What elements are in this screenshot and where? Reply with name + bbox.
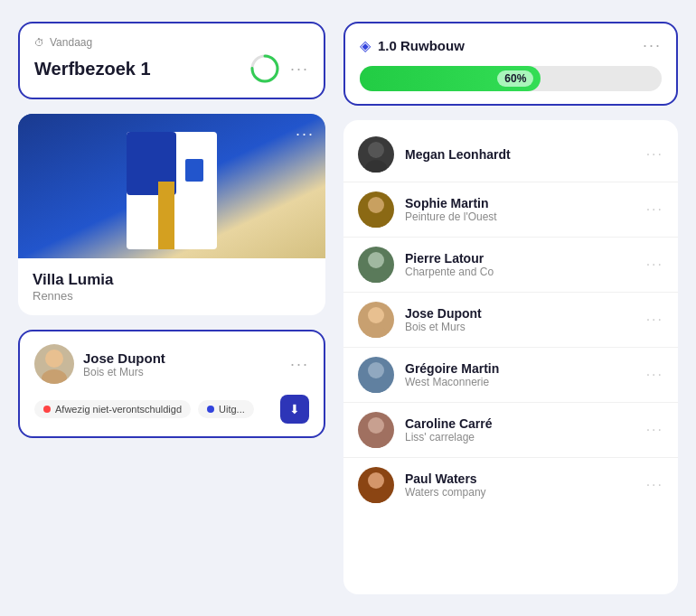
svg-rect-5 [158, 182, 174, 249]
person-row: Paul Waters Waters company ··· [343, 458, 678, 512]
pierre-company: Charpente and Co [405, 266, 635, 278]
jose-list-name: Jose Dupont [405, 306, 635, 321]
villa-name: Villa Lumia [33, 271, 311, 289]
svg-point-20 [365, 435, 387, 448]
jose-name: Jose Dupont [83, 350, 165, 366]
megan-avatar [358, 136, 394, 173]
svg-point-21 [368, 472, 384, 489]
svg-point-7 [45, 350, 63, 368]
pierre-avatar [358, 247, 394, 283]
caroline-avatar [358, 412, 394, 448]
sophie-avatar [358, 191, 394, 228]
progress-card: ◈ 1.0 Ruwbouw ··· 60% [343, 22, 678, 106]
pierre-more-button[interactable]: ··· [646, 257, 663, 273]
paul-company: Waters company [405, 486, 635, 499]
caroline-more-button[interactable]: ··· [646, 422, 663, 438]
villa-location: Rennes [33, 289, 311, 303]
absent-dot [43, 406, 51, 413]
sophie-more-button[interactable]: ··· [646, 201, 663, 218]
svg-point-12 [365, 215, 387, 228]
clock-icon: ⏱ [34, 37, 44, 48]
svg-rect-6 [185, 159, 203, 182]
people-card: Megan Leonhardt ··· Sophie Martin Peintu… [343, 120, 678, 594]
jose-avatar [34, 344, 74, 384]
progress-title: 1.0 Ruwbouw [378, 38, 465, 53]
date-label: Vandaag [50, 36, 92, 49]
progress-more-button[interactable]: ··· [643, 36, 662, 55]
sophie-name: Sophie Martin [405, 196, 635, 210]
greg-name: Grégoire Martin [405, 361, 635, 376]
werfbezoek-title: Werfbezoek 1 [34, 59, 151, 79]
svg-point-16 [365, 325, 387, 338]
caroline-company: Liss' carrelage [405, 431, 635, 443]
person-row: Caroline Carré Liss' carrelage ··· [343, 403, 678, 458]
person-row: Pierre Latour Charpente and Co ··· [343, 238, 678, 293]
svg-point-8 [42, 369, 67, 384]
jose-card: Jose Dupont Bois et Murs ··· Afwezig nie… [18, 330, 325, 438]
paul-more-button[interactable]: ··· [646, 477, 663, 493]
paul-avatar [358, 467, 394, 503]
werfbezoek-more-button[interactable]: ··· [290, 60, 309, 79]
pierre-name: Pierre Latour [405, 251, 635, 266]
svg-point-13 [368, 252, 384, 268]
jose-list-company: Bois et Murs [405, 321, 635, 333]
progress-spinner [249, 52, 281, 85]
tag-uitg: Uitg... [198, 400, 254, 418]
svg-point-9 [368, 142, 384, 158]
person-row: Megan Leonhardt ··· [343, 127, 678, 182]
jose-list-avatar [358, 302, 394, 338]
greg-avatar [358, 357, 394, 393]
person-row: Sophie Martin Peinture de l'Ouest ··· [343, 182, 678, 238]
svg-point-22 [365, 490, 387, 503]
svg-point-11 [368, 197, 384, 213]
svg-point-10 [365, 160, 387, 173]
villa-more-button[interactable]: ··· [296, 125, 315, 144]
caroline-name: Caroline Carré [405, 416, 635, 431]
villa-image: ··· [18, 114, 325, 258]
jose-more-button[interactable]: ··· [290, 355, 309, 374]
jose-list-more-button[interactable]: ··· [646, 312, 663, 328]
greg-more-button[interactable]: ··· [646, 367, 663, 383]
megan-name: Megan Leonhardt [405, 147, 635, 162]
layers-icon: ◈ [360, 37, 371, 54]
tag-absent: Afwezig niet-verontschuldigd [34, 400, 191, 418]
greg-company: West Maconnerie [405, 376, 635, 388]
progress-bar: 60% [360, 66, 662, 91]
person-row: Grégoire Martin West Maconnerie ··· [343, 348, 678, 403]
svg-point-17 [368, 362, 384, 378]
jose-company: Bois et Murs [83, 366, 165, 378]
villa-card: ··· Villa Lumia Rennes [18, 114, 325, 315]
svg-point-19 [368, 417, 384, 434]
svg-point-15 [368, 307, 384, 323]
progress-fill: 60% [360, 66, 541, 91]
download-icon[interactable]: ⬇ [280, 395, 309, 424]
svg-point-14 [365, 270, 387, 283]
megan-more-button[interactable]: ··· [646, 146, 663, 163]
werfbezoek-card: ⏱ Vandaag Werfbezoek 1 ··· [18, 22, 325, 99]
paul-name: Paul Waters [405, 471, 635, 486]
uitg-dot [207, 406, 214, 413]
progress-label: 60% [497, 70, 533, 87]
person-row: Jose Dupont Bois et Murs ··· [343, 293, 678, 348]
svg-point-18 [365, 380, 387, 393]
sophie-company: Peinture de l'Ouest [405, 210, 635, 223]
